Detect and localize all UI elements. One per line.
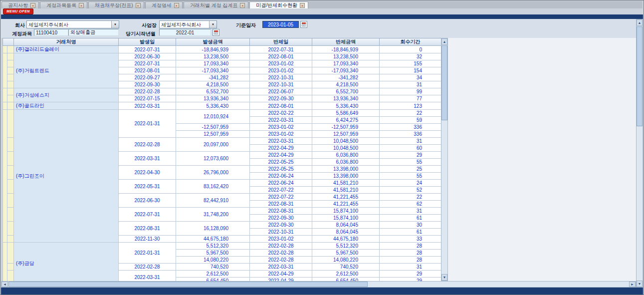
cell-collection-days[interactable]: 29 [380,152,441,159]
cell-collection-days[interactable]: 25 [380,166,441,173]
period-start-input[interactable]: 2022-01 [159,29,211,36]
cell-occur-date[interactable]: 2022-08-01 [119,67,176,74]
cell-customer-name[interactable]: (주)골드라인 [14,102,119,110]
row-selector-cell[interactable] [7,95,14,102]
cell-collection-days[interactable]: 59 [380,117,441,124]
cell-occur-amount[interactable]: 13,936,340 [176,95,250,102]
cell-repay-date[interactable]: 2022-10-31 [250,81,312,88]
cell-occur-amount[interactable]: 6,552,700 [176,88,250,95]
cell-collection-days[interactable]: 32 [380,53,441,60]
cell-collection-days[interactable]: 52 [380,187,441,194]
cell-collection-days[interactable]: 0 [380,46,441,53]
cell-collection-days[interactable]: 28 [380,243,441,250]
cell-repay-amount[interactable]: 5,586,649 [312,110,380,117]
cell-repay-amount[interactable]: 6,036,800 [312,152,380,159]
cell-repay-date[interactable]: 2022-04-29 [250,271,312,278]
tab-3[interactable]: 계정명세× [145,1,183,8]
tab-close-icon[interactable]: × [79,3,84,8]
cell-occur-date[interactable]: 2022-07-31 [119,60,176,67]
cell-repay-date[interactable]: 2022-05-25 [250,159,312,166]
row-selector-cell[interactable] [7,74,14,81]
cell-collection-days[interactable]: 55 [380,159,441,166]
cell-repay-amount[interactable]: 15,874,100 [312,208,380,215]
cell-repay-date[interactable]: 2023-01-02 [250,60,312,67]
row-selector-cell[interactable] [7,243,14,264]
cell-occur-amount[interactable]: 26,796,000 [176,166,250,180]
row-selector-cell[interactable] [7,46,14,53]
cell-repay-date[interactable]: 2022-08-01 [250,102,312,110]
cell-collection-days[interactable]: 28 [380,257,441,264]
page-vertical-scrollbar[interactable]: ▲ ▼ [636,19,643,288]
row-selector-cell[interactable] [7,138,14,152]
cell-repay-date[interactable]: 2022-06-24 [250,180,312,187]
tab-0[interactable]: 공지사항× [1,1,39,8]
cell-occur-amount[interactable]: 14,080,220 [176,257,250,264]
cell-occur-date[interactable]: 2022-05-31 [119,180,176,194]
cell-collection-days[interactable]: 31 [380,208,441,215]
cell-repay-amount[interactable]: 10,048,500 [312,138,380,145]
cell-occur-amount[interactable]: -18,846,939 [176,46,250,53]
cell-occur-date[interactable]: 2022-02-28 [119,264,176,271]
cell-repay-date[interactable]: 2022-08-31 [250,201,312,208]
row-selector-cell[interactable] [7,222,14,236]
cell-collection-days[interactable]: 61 [380,215,441,222]
cell-collection-days[interactable]: 336 [380,124,441,131]
cell-repay-date[interactable]: 2022-03-31 [250,117,312,124]
cell-collection-days[interactable]: 60 [380,145,441,152]
cell-occur-amount[interactable]: 83,162,420 [176,180,250,194]
account-code-input[interactable]: 11100410 [34,29,68,36]
scroll-down-icon[interactable]: ▼ [637,281,643,287]
cell-collection-days[interactable]: 61 [380,229,441,236]
calendar-icon[interactable] [213,29,219,36]
calendar-icon[interactable] [300,21,307,28]
cell-repay-date[interactable]: 2023-01-02 [250,131,312,138]
cell-repay-date[interactable]: 2022-02-28 [250,250,312,257]
cell-occur-amount[interactable]: 740,520 [176,264,250,271]
cell-repay-date[interactable]: 2022-10-31 [250,74,312,81]
cell-repay-date[interactable]: 2022-07-22 [250,194,312,201]
row-selector-cell[interactable] [7,88,14,95]
cell-repay-date[interactable]: 2022-05-25 [250,166,312,173]
cell-collection-days[interactable]: 29 [380,271,441,278]
cell-repay-date[interactable]: 2023-01-02 [250,124,312,131]
row-selector-cell[interactable] [7,152,14,166]
cell-repay-amount[interactable]: 12,507,959 [312,131,380,138]
cell-occur-amount[interactable]: 12,010,924 [176,110,250,124]
tab-close-icon[interactable]: × [136,3,141,8]
cell-occur-date[interactable]: 2022-07-31 [119,208,176,222]
cell-collection-days[interactable]: 62 [380,201,441,208]
cell-occur-amount[interactable]: 12,507,959 [176,131,250,138]
tab-close-icon[interactable]: × [240,3,245,8]
cell-repay-date[interactable]: 2022-04-29 [250,145,312,152]
cell-occur-amount[interactable]: 4,218,500 [176,81,250,88]
cell-occur-amount[interactable]: 17,093,340 [176,60,250,67]
cell-occur-amount[interactable]: 16,128,090 [176,222,250,236]
tab-close-icon[interactable]: × [30,3,35,8]
cell-collection-days[interactable]: 22 [380,110,441,117]
cell-occur-amount[interactable]: 44,675,180 [176,236,250,243]
cell-occur-date[interactable]: 2022-04-30 [119,166,176,180]
cell-repay-date[interactable]: 2022-06-07 [250,88,312,95]
cell-occur-date[interactable]: 2022-06-30 [119,194,176,208]
cell-collection-days[interactable]: 55 [380,173,441,180]
cell-occur-date[interactable]: 2022-07-15 [119,95,176,102]
cell-repay-amount[interactable]: 8,064,045 [312,222,380,229]
row-selector-cell[interactable] [7,208,14,222]
cell-collection-days[interactable]: 29 [380,278,441,282]
cell-repay-amount[interactable]: 8,064,045 [312,229,380,236]
chevron-down-icon[interactable]: ▼ [111,21,119,28]
tab-1[interactable]: 계정과목등록× [40,1,87,8]
cell-repay-date[interactable]: 2022-09-30 [250,95,312,102]
row-selector-cell[interactable] [3,46,7,53]
scroll-right-icon[interactable]: ► [629,282,636,287]
cell-repay-amount[interactable]: 41,221,455 [312,194,380,201]
cell-repay-amount[interactable]: 41,221,455 [312,201,380,208]
cell-repay-amount[interactable]: 41,581,210 [312,180,380,187]
cell-repay-date[interactable]: 2023-01-02 [250,67,312,74]
cell-repay-date[interactable]: 2022-09-30 [250,222,312,229]
cell-occur-date[interactable]: 2022-01-31 [119,110,176,138]
scrollbar-thumb[interactable] [441,45,447,120]
cell-collection-days[interactable]: 154 [380,67,441,74]
cell-repay-amount[interactable]: 5,512,320 [312,243,380,250]
cell-repay-amount[interactable]: 6,424,275 [312,117,380,124]
